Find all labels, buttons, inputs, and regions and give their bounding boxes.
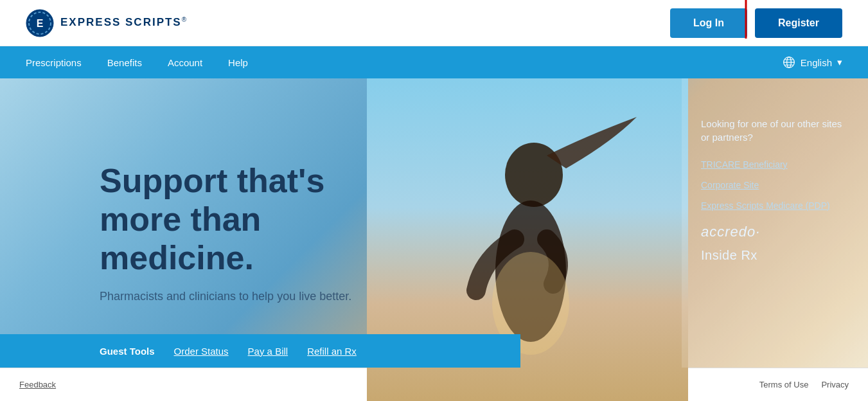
pay-bill-link[interactable]: Pay a Bill <box>248 346 288 357</box>
nav-benefits[interactable]: Benefits <box>107 57 142 68</box>
order-status-link[interactable]: Order Status <box>174 346 229 357</box>
register-button[interactable]: Register <box>755 8 842 38</box>
guest-tools-bar: Guest Tools Order Status Pay a Bill Refi… <box>0 334 520 368</box>
tricare-link[interactable]: TRICARE Beneficiary <box>701 159 849 170</box>
annotation-arrow <box>727 0 765 48</box>
accredo-logo: accredo· <box>701 224 849 240</box>
nav-links: Prescriptions Benefits Account Help <box>26 57 248 68</box>
navbar: Prescriptions Benefits Account Help Engl… <box>0 46 868 78</box>
corporate-site-link[interactable]: Corporate Site <box>701 180 849 190</box>
hero-section: Support that's more than medicine. Pharm… <box>0 78 868 401</box>
hero-subtitle: Pharmacists and clinicians to help you l… <box>100 290 389 303</box>
terms-of-use-link[interactable]: Terms of Use <box>759 380 809 389</box>
refill-rx-link[interactable]: Refill an Rx <box>307 346 357 357</box>
language-label: English <box>801 57 832 68</box>
logo-text: EXPRESS SCRIPTS® <box>60 16 186 29</box>
nav-help[interactable]: Help <box>228 57 248 68</box>
side-panel: Looking for one of our other sites or pa… <box>682 78 868 368</box>
language-dropdown-icon: ▾ <box>837 57 842 68</box>
logo-area: E EXPRESS SCRIPTS® <box>26 9 186 37</box>
express-scripts-logo-icon: E <box>26 9 54 37</box>
footer-links: Terms of Use Privacy <box>759 380 849 389</box>
svg-text:E: E <box>37 18 44 29</box>
guest-tools-label: Guest Tools <box>100 346 155 357</box>
medicare-link[interactable]: Express Scripts Medicare (PDP) <box>701 201 849 211</box>
language-selector[interactable]: English ▾ <box>783 56 842 69</box>
globe-icon <box>783 56 795 69</box>
feedback-link[interactable]: Feedback <box>19 380 56 389</box>
nav-prescriptions[interactable]: Prescriptions <box>26 57 82 68</box>
side-panel-title: Looking for one of our other sites or pa… <box>701 117 849 144</box>
insiderx-logo: Inside Rx <box>701 248 849 263</box>
privacy-link[interactable]: Privacy <box>821 380 849 389</box>
hero-title: Support that's more than medicine. <box>100 162 389 277</box>
hero-content: Support that's more than medicine. Pharm… <box>100 162 389 303</box>
nav-account[interactable]: Account <box>168 57 202 68</box>
